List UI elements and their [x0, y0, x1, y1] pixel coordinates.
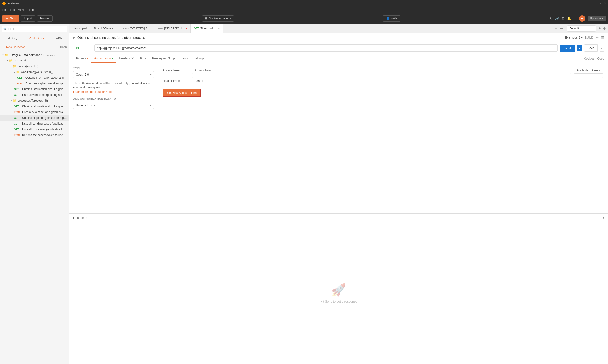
eye-icon[interactable]: 👁: [598, 26, 601, 30]
collection-more-icon[interactable]: •••: [64, 53, 67, 56]
folder-processes[interactable]: ▾ 📁 processes({process Id}) •••: [0, 98, 69, 104]
tab-headers[interactable]: Headers (7): [116, 54, 137, 63]
chevron-down-icon: ▾: [581, 36, 583, 39]
tab-deleted-get[interactable]: GET [DELETED] Li...: [155, 24, 190, 33]
chevron-down-icon: ▾: [14, 71, 15, 73]
sidebar-tab-history[interactable]: History: [0, 34, 25, 43]
chevron-down-icon: ▾: [229, 17, 231, 20]
chevron-down-icon: ▾: [11, 65, 12, 68]
expand-icon[interactable]: ▶: [73, 36, 75, 39]
tab-body[interactable]: Body: [137, 54, 149, 63]
chevron-down-icon: ▾: [11, 100, 12, 102]
sidebar-tab-apis[interactable]: APIs: [49, 34, 69, 43]
tab-settings[interactable]: Settings: [191, 54, 207, 63]
method-selector[interactable]: GET POST PUT DELETE: [73, 45, 92, 52]
tab-tests[interactable]: Tests: [178, 54, 191, 63]
save-button[interactable]: Save: [584, 44, 598, 52]
info-icon[interactable]: ⓘ: [182, 80, 184, 82]
menu-help[interactable]: Help: [28, 8, 34, 12]
send-button[interactable]: Send: [560, 45, 574, 52]
request-item[interactable]: POST Returns the access token to use all…: [0, 132, 69, 138]
request-item[interactable]: GET Obtains information about a given pe…: [0, 86, 69, 92]
tab-launchpad[interactable]: Launchpad: [69, 24, 91, 33]
settings-icon[interactable]: ⚙: [562, 16, 565, 20]
save-dropdown-button[interactable]: ▾: [600, 45, 604, 52]
search-input[interactable]: [2, 26, 67, 32]
folder-workitems[interactable]: ▾ 📁 workitems({work Item Id}) •••: [0, 69, 69, 75]
environment-selector[interactable]: Default: [567, 25, 596, 32]
heart-icon[interactable]: ♡: [574, 16, 577, 20]
sidebar-search-area: 🔍: [0, 24, 69, 34]
runner-button[interactable]: Runner: [37, 15, 53, 22]
maximize-button[interactable]: □: [599, 2, 601, 5]
new-collection-button[interactable]: ＋ New Collection: [2, 45, 25, 49]
trash-button[interactable]: Trash: [60, 45, 67, 49]
collection-header[interactable]: ▾ 📁 Bizagi OData services 10 requests ••…: [0, 51, 69, 58]
import-button[interactable]: Import: [21, 15, 35, 22]
request-item[interactable]: GET Obtains information about a given pr…: [0, 104, 69, 109]
request-item[interactable]: POST Executes a given workitem (pending …: [0, 81, 69, 86]
sync-icon[interactable]: ↻: [550, 16, 553, 20]
layout-icon[interactable]: ☰: [601, 36, 604, 39]
auth-learn-link[interactable]: Learn more about authorization: [73, 90, 113, 93]
avatar[interactable]: +: [579, 15, 585, 22]
close-button[interactable]: ✕: [604, 2, 606, 5]
params-dot: [87, 58, 88, 59]
request-item[interactable]: GET Lists all workitems (pending activit…: [0, 92, 69, 98]
new-button[interactable]: ＋ New: [2, 15, 19, 22]
available-tokens-button[interactable]: Available Tokens ▾: [574, 67, 603, 74]
response-area: Response ▾ 🚀 Hit Send to get a response: [69, 214, 608, 364]
auth-add-selector[interactable]: Request Headers Request Body: [73, 102, 154, 109]
tab-bizagi[interactable]: Bizagi OData s...: [91, 24, 119, 33]
tab-deleted-post[interactable]: POST [DELETED] R...: [119, 24, 155, 33]
send-dropdown-button[interactable]: ▾: [577, 45, 582, 52]
response-empty-text: Hit Send to get a response: [320, 300, 357, 303]
tab-active-get[interactable]: GET Obtains all ... ✕: [190, 24, 224, 33]
request-tabs: Params Authorization Headers (7) Body Pr…: [69, 54, 608, 63]
request-item[interactable]: POST Fires a new case for a given proces…: [0, 109, 69, 115]
menu-edit[interactable]: Edit: [10, 8, 15, 12]
invite-button[interactable]: 👤 Invite: [383, 15, 401, 22]
sidebar: 🔍 History Collections APIs ＋ New Collect…: [0, 24, 69, 364]
history-icon[interactable]: 🔗: [555, 16, 559, 20]
folder-odata-data[interactable]: ▾ 📁 odata/data •••: [0, 58, 69, 63]
workspace-selector[interactable]: ⊞ My Workspace ▾: [202, 15, 234, 22]
tab-authorization[interactable]: Authorization: [91, 54, 116, 63]
access-token-input[interactable]: [192, 67, 571, 74]
auth-type-label: TYPE: [73, 67, 154, 70]
tab-prerequest[interactable]: Pre-request Script: [149, 54, 178, 63]
more-tabs-button[interactable]: •••: [560, 26, 563, 30]
method-badge: GET: [14, 128, 21, 131]
sidebar-content: ▾ 📁 Bizagi OData services 10 requests ••…: [0, 51, 69, 364]
menu-view[interactable]: View: [18, 8, 24, 12]
tab-params[interactable]: Params: [73, 54, 91, 63]
add-tab-button[interactable]: ＋: [554, 26, 558, 31]
request-item[interactable]: GET Obtains information about a given wo…: [0, 75, 69, 81]
chevron-down-icon: ▾: [599, 69, 601, 72]
edit-icon[interactable]: ✏: [596, 36, 599, 39]
request-item[interactable]: GET Lists all processes (applicable to a…: [0, 127, 69, 132]
chevron-down-icon: ▾: [2, 53, 4, 56]
method-badge: GET: [14, 117, 21, 119]
tab-close-icon[interactable]: ✕: [218, 27, 220, 30]
upgrade-button[interactable]: Upgrade ▾: [588, 15, 606, 21]
auth-type-selector[interactable]: OAuth 2.0 No Auth Bearer Token Basic Aut…: [73, 71, 154, 78]
url-input[interactable]: [94, 44, 558, 52]
code-link[interactable]: Code: [597, 57, 604, 60]
sidebar-tab-collections[interactable]: Collections: [25, 34, 49, 43]
method-badge: GET: [14, 105, 21, 108]
notification-icon[interactable]: 🔔: [567, 16, 571, 20]
folder-cases[interactable]: ▾ 📁 cases({case Id}) •••: [0, 63, 69, 69]
request-item-active[interactable]: GET Obtains all pending cases for a give…: [0, 115, 69, 121]
minimize-button[interactable]: —: [593, 2, 595, 5]
cookies-link[interactable]: Cookies: [584, 57, 594, 60]
menu-file[interactable]: File: [2, 8, 6, 12]
method-badge: GET: [14, 94, 21, 96]
auth-left-panel: TYPE OAuth 2.0 No Auth Bearer Token Basi…: [69, 63, 158, 213]
get-new-access-token-button[interactable]: Get New Access Token: [163, 89, 201, 97]
settings-icon[interactable]: ⚙: [603, 26, 606, 30]
examples-button[interactable]: Examples 2 ▾: [565, 36, 582, 39]
request-item[interactable]: GET Lists all pending cases (applicable …: [0, 121, 69, 127]
header-prefix-input[interactable]: [192, 77, 603, 84]
response-title: Response: [73, 216, 87, 220]
